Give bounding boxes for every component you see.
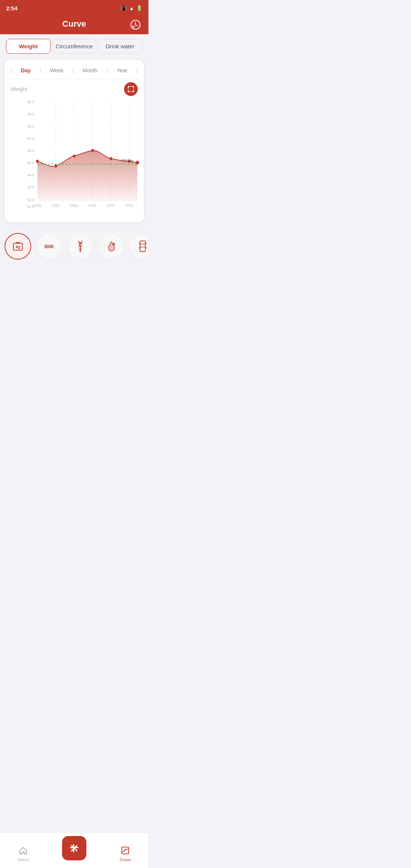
tab-weight[interactable]: Weight (6, 39, 51, 54)
chart-label: Weight (11, 86, 27, 92)
svg-point-22 (110, 157, 112, 160)
svg-point-20 (73, 155, 75, 158)
app-header: Curve (0, 15, 148, 34)
svg-text:02/01: 02/01 (107, 204, 115, 207)
chart-area: 60.0 59.0 58.0 57.0 56.0 55.0 54.0 53.0 … (8, 97, 141, 219)
metric-bmi[interactable]: BMI (36, 233, 62, 260)
metric-blood-sugar[interactable] (98, 233, 125, 260)
tab-circumference[interactable]: Circumference (52, 39, 97, 54)
metric-body[interactable] (129, 233, 148, 260)
svg-rect-40 (140, 241, 145, 252)
svg-text:52.0: 52.0 (27, 197, 34, 201)
svg-point-18 (36, 160, 39, 163)
chart-card: | Day | Week | Month | Year | Weight 60.… (5, 60, 144, 222)
metric-weight[interactable]: kg (5, 233, 31, 260)
status-icons: 📳 ▲ 🔋 (121, 5, 142, 11)
period-tab-year[interactable]: Year (114, 66, 131, 75)
period-tab-week[interactable]: Week (47, 66, 67, 75)
svg-text:02/01: 02/01 (89, 204, 97, 207)
svg-text:56.0: 56.0 (27, 148, 34, 153)
svg-text:54.0: 54.0 (27, 173, 34, 177)
period-tab-day[interactable]: Day (18, 66, 34, 75)
period-tabs: | Day | Week | Month | Year | (8, 64, 141, 79)
metrics-row: kg BMI (0, 227, 148, 263)
metric-tab-selector: Weight Circumference Drink water (0, 34, 148, 58)
battery-icon: 🔋 (136, 5, 142, 11)
svg-text:02/01: 02/01 (70, 204, 78, 207)
expand-button[interactable] (124, 82, 138, 96)
svg-text:51.0: 51.0 (27, 204, 34, 209)
vibrate-icon: 📳 (121, 5, 127, 11)
svg-point-21 (91, 149, 94, 152)
svg-text:02/01: 02/01 (126, 204, 134, 207)
svg-text:02/01: 02/01 (33, 204, 41, 207)
chart-header: Weight (8, 79, 141, 97)
svg-point-39 (113, 243, 115, 245)
svg-point-19 (54, 164, 57, 168)
svg-text:55.0: 55.0 (27, 161, 34, 165)
svg-text:57.0: 57.0 (27, 136, 34, 140)
svg-text:02/01: 02/01 (52, 204, 60, 207)
status-time: 2:54 (6, 5, 18, 11)
header-title: Curve (62, 19, 86, 29)
svg-text:60.0: 60.0 (27, 99, 34, 104)
status-bar: 2:54 📳 ▲ 🔋 (0, 0, 148, 15)
weight-chart: 60.0 59.0 58.0 57.0 56.0 55.0 54.0 53.0 … (23, 97, 141, 209)
wifi-icon: ▲ (129, 5, 134, 11)
period-tab-month[interactable]: Month (80, 66, 100, 75)
metric-dna[interactable] (67, 233, 94, 260)
svg-text:58.0: 58.0 (27, 124, 34, 128)
svg-text:kg: kg (16, 245, 20, 249)
history-icon-button[interactable] (129, 18, 142, 32)
tab-drink-water[interactable]: Drink water (98, 39, 142, 54)
svg-text:59.0: 59.0 (27, 112, 34, 116)
svg-text:53.0: 53.0 (27, 185, 34, 189)
svg-text:55.0kg: 55.0kg (122, 159, 133, 163)
